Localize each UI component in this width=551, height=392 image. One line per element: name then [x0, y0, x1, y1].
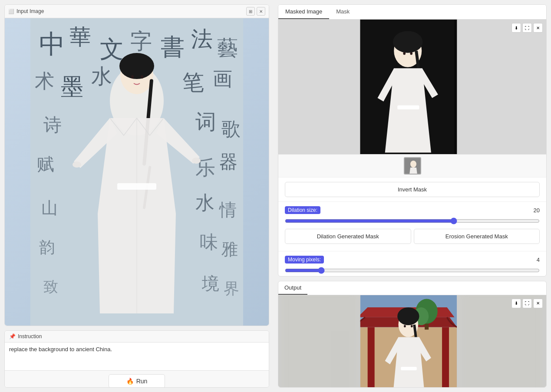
tabs-bar: Masked Image Mask: [278, 5, 546, 20]
svg-text:笔: 笔: [182, 70, 204, 95]
input-image-display: 中 華 文 字 書 法 藝 术 墨 水 笔 画 诗 词 歌 赋 乐 器 山 水: [5, 18, 269, 326]
svg-text:藝: 藝: [217, 36, 238, 59]
right-main-box: Masked Image Mask ⬇ ⛶ ✕: [278, 4, 547, 277]
tab-masked-image[interactable]: Masked Image: [278, 5, 329, 19]
svg-point-33: [131, 75, 134, 79]
erosion-mask-button[interactable]: Erosion Generated Mask: [414, 229, 540, 244]
instruction-label: Instruction: [18, 333, 42, 339]
thumbnail-strip: [278, 154, 546, 177]
svg-point-46: [403, 52, 406, 55]
input-image-title: Input Image: [16, 8, 44, 14]
instruction-icon: 📌: [9, 333, 16, 339]
invert-mask-container: Invert Mask: [278, 177, 546, 201]
svg-rect-63: [401, 367, 417, 370]
svg-text:華: 華: [69, 25, 91, 49]
invert-mask-button[interactable]: Invert Mask: [285, 182, 540, 197]
svg-text:書: 書: [161, 34, 185, 60]
output-image-icons: ⬇ ⛶ ✕: [511, 299, 543, 308]
dilation-controls: Dilation size: 20 Dilation Generated Mas…: [278, 201, 546, 251]
svg-text:雅: 雅: [221, 240, 238, 258]
run-btn-container: 🔥 Run: [5, 370, 269, 388]
svg-text:境: 境: [201, 274, 219, 293]
close-icon-btn[interactable]: ✕: [257, 7, 265, 16]
moving-slider[interactable]: [285, 267, 540, 274]
tab-mask[interactable]: Mask: [329, 5, 356, 19]
svg-rect-52: [278, 295, 360, 388]
instruction-header: 📌 Instruction: [5, 331, 269, 343]
dilation-label: Dilation size:: [285, 206, 320, 214]
svg-text:术: 术: [35, 70, 54, 92]
svg-rect-57: [442, 327, 449, 388]
svg-text:韵: 韵: [39, 239, 55, 256]
svg-text:器: 器: [219, 152, 238, 172]
svg-rect-56: [368, 327, 375, 388]
svg-point-44: [393, 31, 423, 53]
moving-slider-row: Moving pixels: 4: [285, 256, 540, 264]
moving-value: 4: [529, 257, 540, 263]
svg-text:中: 中: [39, 30, 65, 59]
masked-expand-btn[interactable]: ⛶: [522, 23, 532, 33]
input-image-header-icons: ⊞ ✕: [246, 7, 265, 16]
svg-text:山: 山: [41, 199, 58, 217]
input-image-header: ⬜ Input Image ⊞ ✕: [5, 5, 269, 18]
svg-text:诗: 诗: [43, 115, 62, 135]
input-image-svg: 中 華 文 字 書 法 藝 术 墨 水 笔 画 诗 词 歌 赋 乐 器 山 水: [30, 18, 243, 326]
svg-text:界: 界: [224, 280, 239, 297]
svg-point-36: [73, 161, 81, 168]
output-tab[interactable]: Output: [278, 281, 307, 295]
masked-composite-svg: [278, 20, 546, 154]
resize-icon-btn[interactable]: ⊞: [246, 7, 255, 16]
svg-point-65: [411, 325, 413, 327]
svg-text:法: 法: [191, 27, 213, 51]
svg-point-62: [397, 307, 419, 325]
output-expand-btn[interactable]: ⛶: [522, 299, 532, 308]
input-image-icon: ⬜: [8, 9, 14, 14]
dilation-buttons: Dilation Generated Mask Erosion Generate…: [285, 229, 540, 244]
svg-text:字: 字: [130, 29, 152, 53]
dilation-slider[interactable]: [285, 217, 540, 224]
masked-close-btn[interactable]: ✕: [533, 23, 543, 33]
dilation-slider-row: Dilation size: 20: [285, 206, 540, 214]
thumbnail-0[interactable]: [404, 157, 421, 175]
run-label: Run: [136, 378, 148, 385]
svg-point-37: [192, 158, 201, 164]
svg-text:味: 味: [200, 232, 218, 252]
output-tabs: Output: [278, 281, 546, 295]
svg-text:墨: 墨: [61, 74, 83, 99]
svg-text:情: 情: [218, 200, 237, 220]
masked-image-icons: ⬇ ⛶ ✕: [511, 23, 543, 33]
svg-text:文: 文: [100, 36, 124, 63]
svg-text:水: 水: [91, 65, 112, 88]
svg-text:歌: 歌: [221, 119, 241, 140]
input-image-header-left: ⬜ Input Image: [8, 8, 44, 14]
svg-text:画: 画: [213, 68, 232, 90]
output-image-area: ⬇ ⛶ ✕: [278, 295, 546, 388]
masked-download-btn[interactable]: ⬇: [511, 23, 521, 33]
output-close-btn[interactable]: ✕: [533, 299, 543, 308]
output-composite-svg: [278, 295, 546, 388]
output-download-btn[interactable]: ⬇: [511, 299, 521, 308]
svg-text:致: 致: [43, 279, 58, 295]
svg-point-64: [404, 325, 406, 327]
run-icon: 🔥: [126, 378, 134, 385]
instruction-textarea[interactable]: replace the background to ancient China.: [5, 343, 269, 369]
dilation-mask-button[interactable]: Dilation Generated Mask: [285, 229, 411, 244]
svg-point-34: [141, 75, 143, 79]
svg-rect-35: [117, 183, 156, 190]
dilation-value: 20: [529, 207, 540, 214]
right-panel: Masked Image Mask ⬇ ⛶ ✕: [274, 0, 551, 392]
svg-point-49: [410, 161, 416, 168]
svg-point-30: [119, 53, 154, 79]
svg-text:赋: 赋: [37, 155, 54, 174]
input-image-panel: ⬜ Input Image ⊞ ✕ 中 華 文 字 書 法 藝 术: [4, 4, 269, 326]
svg-rect-45: [397, 105, 419, 109]
left-panel: ⬜ Input Image ⊞ ✕ 中 華 文 字 書 法 藝 术: [0, 0, 274, 392]
svg-text:水: 水: [195, 192, 214, 214]
masked-image-area: ⬇ ⛶ ✕: [278, 20, 546, 154]
run-button[interactable]: 🔥 Run: [109, 374, 165, 388]
svg-text:词: 词: [195, 110, 216, 133]
moving-label: Moving pixels:: [285, 256, 324, 264]
svg-point-47: [410, 52, 412, 55]
output-box: Output ⬇ ⛶ ✕: [278, 281, 547, 388]
moving-controls: Moving pixels: 4 Move Left Move Right Mo…: [278, 251, 546, 277]
